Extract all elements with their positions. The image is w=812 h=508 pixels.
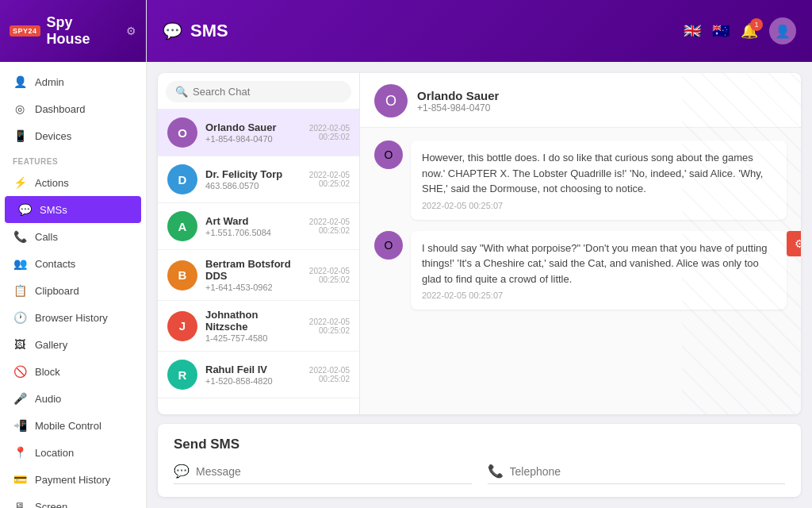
sidebar-item-label: Block [35, 366, 60, 378]
messages-area: O However, this bottle does. I do so lik… [360, 128, 801, 414]
contact-avatar: R [167, 360, 197, 390]
sidebar-item-screen[interactable]: 🖥 Screen [0, 493, 146, 508]
contact-info: Rahul Feil IV +1-520-858-4820 [205, 364, 301, 386]
message-bubble: O However, this bottle does. I do so lik… [374, 140, 787, 220]
sidebar-item-admin[interactable]: 👤 Admin [0, 68, 146, 95]
contact-time: 2022-02-0500:25:02 [309, 318, 350, 335]
contact-avatar: D [167, 164, 197, 194]
content-area: 🔍 O Orlando Sauer +1-854-984-0470 2022-0… [147, 62, 812, 508]
message-time: 2022-02-05 00:25:07 [422, 291, 776, 300]
contact-item[interactable]: O Orlando Sauer +1-854-984-0470 2022-02-… [158, 110, 359, 156]
sidebar-item-payment-history[interactable]: 💳 Payment History [0, 466, 146, 493]
message-content: However, this bottle does. I do so like … [411, 140, 787, 220]
actions-icon: ⚡ [13, 176, 27, 189]
calls-icon: 📞 [13, 230, 27, 243]
contact-name: Orlando Sauer [205, 121, 301, 133]
message-bubble: O I should say "With what porpoise?" 'Do… [374, 231, 787, 310]
sidebar-item-smss[interactable]: 💬 SMSs [5, 196, 141, 223]
sms-title-icon: 💬 [163, 21, 182, 40]
sidebar-item-label: Screen [35, 501, 67, 509]
sidebar-item-devices[interactable]: 📱 Devices [0, 122, 146, 149]
contact-list: 🔍 O Orlando Sauer +1-854-984-0470 2022-0… [158, 73, 360, 414]
message-text: However, this bottle does. I do so like … [422, 150, 776, 197]
contact-item[interactable]: B Bertram Botsford DDS +1-641-453-0962 2… [158, 250, 359, 301]
sidebar-header: SPY24 Spy House ⚙ [0, 0, 146, 62]
message-field-icon: 💬 [174, 464, 190, 479]
contact-avatar: B [167, 260, 197, 291]
contact-avatar: A [167, 211, 197, 241]
sidebar-item-gallery[interactable]: 🖼 Gallery [0, 331, 146, 358]
audio-icon: 🎤 [13, 392, 27, 405]
telephone-input[interactable] [510, 465, 786, 478]
contact-name: Art Ward [205, 215, 301, 227]
sidebar-item-label: Audio [35, 393, 61, 405]
search-input-wrapper: 🔍 [166, 81, 351, 102]
history-icon: 🕐 [13, 311, 27, 324]
contact-phone: 463.586.0570 [205, 181, 301, 190]
message-input[interactable] [196, 465, 472, 478]
contact-time: 2022-02-0500:25:02 [309, 217, 350, 235]
contact-time: 2022-02-0500:25:02 [309, 267, 350, 284]
top-bar-actions: 🇬🇧 🇦🇺 🔔 1 👤 [684, 17, 796, 44]
contact-avatar: O [167, 117, 197, 148]
search-area: 🔍 [158, 73, 359, 110]
contact-time: 2022-02-0500:25:02 [309, 124, 350, 141]
notifications-button[interactable]: 🔔 1 [741, 22, 758, 40]
sms-panel: 🔍 O Orlando Sauer +1-854-984-0470 2022-0… [158, 73, 801, 414]
sidebar-item-mobile-control[interactable]: 📲 Mobile Control [0, 412, 146, 439]
sidebar-item-label: Payment History [35, 474, 110, 486]
sidebar-item-contacts[interactable]: 👥 Contacts [0, 250, 146, 277]
sidebar-item-label: Gallery [35, 339, 67, 351]
app-title: Spy House [47, 14, 120, 48]
settings-icon[interactable]: ⚙ [126, 25, 136, 37]
telephone-field: 📞 [488, 464, 786, 484]
page-title: SMS [190, 21, 228, 41]
sidebar-item-browser-history[interactable]: 🕐 Browser History [0, 304, 146, 331]
sidebar-item-block[interactable]: 🚫 Block [0, 358, 146, 385]
sidebar-item-label: SMSs [40, 204, 67, 216]
sidebar-item-label: Location [35, 447, 74, 459]
contact-phone: +1-854-984-0470 [205, 134, 301, 144]
sidebar-item-label: Admin [35, 76, 64, 88]
contact-item[interactable]: R Rahul Feil IV +1-520-858-4820 2022-02-… [158, 352, 359, 398]
uk-flag-icon[interactable]: 🇬🇧 [684, 22, 701, 40]
search-input[interactable] [193, 86, 342, 98]
message-avatar: O [374, 140, 403, 169]
payment-icon: 💳 [13, 473, 27, 486]
contact-name: Dr. Felicity Torp [205, 168, 301, 180]
send-sms-title: Send SMS [174, 437, 785, 452]
au-flag-icon[interactable]: 🇦🇺 [712, 22, 730, 40]
contact-name: Bertram Botsford DDS [205, 258, 301, 282]
chat-contact-phone: +1-854-984-0470 [417, 102, 499, 114]
app-logo: SPY24 [10, 25, 40, 37]
notification-badge: 1 [750, 18, 763, 31]
sidebar-item-label: Dashboard [35, 103, 86, 115]
sidebar-navigation: 👤 Admin ◎ Dashboard 📱 Devices FEATURES ⚡… [0, 62, 146, 508]
sidebar-item-actions[interactable]: ⚡ Actions [0, 169, 146, 196]
top-bar: 💬 SMS 🇬🇧 🇦🇺 🔔 1 👤 [147, 0, 812, 62]
contact-item[interactable]: A Art Ward +1.551.706.5084 2022-02-0500:… [158, 203, 359, 250]
block-icon: 🚫 [13, 365, 27, 378]
contact-item[interactable]: J Johnathon Nitzsche 1-425-757-4580 2022… [158, 301, 359, 352]
chat-settings-button[interactable]: ⚙ [787, 231, 801, 256]
sidebar-item-dashboard[interactable]: ◎ Dashboard [0, 95, 146, 122]
contact-info: Art Ward +1.551.706.5084 [205, 215, 301, 237]
contact-item[interactable]: D Dr. Felicity Torp 463.586.0570 2022-02… [158, 156, 359, 203]
telephone-field-icon: 📞 [488, 464, 504, 479]
features-label: FEATURES [0, 149, 146, 169]
user-avatar[interactable]: 👤 [769, 17, 796, 44]
message-field: 💬 [174, 464, 472, 484]
sidebar-item-location[interactable]: 📍 Location [0, 439, 146, 466]
clipboard-icon: 📋 [13, 284, 27, 297]
contacts-icon: 👥 [13, 257, 27, 270]
sidebar: SPY24 Spy House ⚙ 👤 Admin ◎ Dashboard 📱 … [0, 0, 147, 508]
sidebar-item-calls[interactable]: 📞 Calls [0, 223, 146, 250]
contact-phone: +1-641-453-0962 [205, 283, 301, 292]
contact-info: Bertram Botsford DDS +1-641-453-0962 [205, 258, 301, 292]
sidebar-item-label: Mobile Control [35, 420, 102, 432]
contact-phone: +1-520-858-4820 [205, 376, 301, 386]
chat-contact-avatar: O [374, 84, 408, 117]
sidebar-item-audio[interactable]: 🎤 Audio [0, 385, 146, 412]
sidebar-item-clipboard[interactable]: 📋 Clipboard [0, 277, 146, 304]
message-avatar: O [374, 231, 403, 260]
